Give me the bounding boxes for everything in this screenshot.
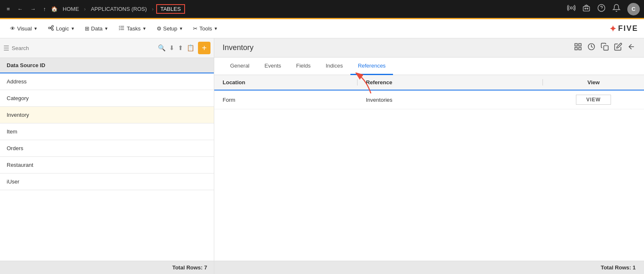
svg-point-6 — [48, 27, 50, 29]
tab-general[interactable]: General — [223, 58, 257, 75]
download-icon[interactable]: ⬇ — [169, 44, 175, 52]
logic-label: Logic — [56, 25, 69, 32]
left-panel: ☰ 🔍 ⬇ ⬆ 📋 + Data Source ID Address Categ… — [0, 38, 214, 274]
history-icon[interactable] — [587, 43, 596, 53]
broadcast-icon[interactable] — [567, 4, 576, 14]
data-menu[interactable]: ⊞ Data ▼ — [81, 23, 112, 34]
tab-indices[interactable]: Indices — [318, 58, 350, 75]
top-bar-right-icons: C — [567, 3, 640, 15]
search-input[interactable] — [12, 45, 155, 51]
tasks-menu[interactable]: Tasks ▼ — [114, 22, 150, 35]
bell-icon[interactable] — [612, 4, 621, 14]
top-bar: ≡ ← → ↑ 🏠 HOME › APPLICATIONS (ROS) › TA… — [0, 0, 644, 19]
list-item-inventory[interactable]: Inventory — [0, 107, 214, 123]
tab-references[interactable]: References — [350, 58, 393, 75]
svg-rect-14 — [575, 48, 578, 50]
home-icon: 🏠 — [51, 6, 58, 12]
data-dropdown-icon: ▼ — [104, 26, 109, 31]
visual-menu[interactable]: 👁 Visual ▼ — [6, 23, 42, 34]
list-item-item[interactable]: Item — [0, 123, 214, 140]
logic-menu[interactable]: Logic ▼ — [43, 22, 79, 35]
table-column-header: Data Source ID — [0, 58, 214, 73]
view-column-header: View — [543, 79, 644, 85]
svg-rect-13 — [579, 44, 581, 46]
up-button[interactable]: ↑ — [41, 4, 49, 14]
app-logo: ✦ FIVE — [609, 24, 638, 34]
list-item-iuser[interactable]: iUser — [0, 173, 214, 190]
upload-icon[interactable]: ⬆ — [178, 44, 183, 52]
setup-icon: ⚙ — [157, 25, 162, 32]
tabs-bar: General Events Fields Indices References — [214, 58, 644, 75]
menu-bar: 👁 Visual ▼ Logic ▼ ⊞ Data ▼ Tasks ▼ ⚙ Se… — [0, 19, 644, 38]
tools-dropdown-icon: ▼ — [214, 26, 218, 31]
references-table: Location Reference View Form Inventories… — [214, 75, 644, 261]
reference-cell: Inventories — [357, 97, 543, 103]
svg-rect-1 — [583, 7, 590, 11]
filter-icon[interactable]: ☰ — [3, 44, 9, 52]
reference-column-header: Reference — [357, 79, 543, 85]
user-avatar[interactable]: C — [627, 3, 640, 15]
svg-rect-12 — [575, 44, 578, 46]
setup-dropdown-icon: ▼ — [179, 26, 183, 31]
applications-label[interactable]: APPLICATIONS (ROS) — [88, 4, 149, 14]
list-item-orders[interactable]: Orders — [0, 140, 214, 157]
home-label[interactable]: HOME — [60, 4, 81, 14]
tab-events[interactable]: Events — [257, 58, 289, 75]
forward-button[interactable]: → — [28, 4, 38, 14]
help-icon[interactable] — [597, 4, 606, 14]
left-panel-footer: Total Rows: 7 — [0, 261, 214, 274]
visual-label: Visual — [17, 25, 32, 32]
search-magnify-icon[interactable]: 🔍 — [158, 44, 166, 52]
duplicate-icon[interactable] — [601, 43, 609, 53]
hamburger-menu-icon[interactable]: ≡ — [4, 4, 13, 14]
list-item-restaurant[interactable]: Restaurant — [0, 157, 214, 173]
edit-icon[interactable] — [614, 43, 622, 53]
list-item-address[interactable]: Address — [0, 73, 214, 90]
main-content: ☰ 🔍 ⬇ ⬆ 📋 + Data Source ID Address Categ… — [0, 38, 644, 274]
copy-icon[interactable]: 📋 — [187, 44, 195, 52]
svg-point-2 — [585, 8, 586, 9]
tools-icon: ✂ — [193, 25, 198, 32]
breadcrumb-separator-2: › — [152, 6, 154, 12]
right-panel: Inventory General — [214, 38, 644, 274]
search-bar: ☰ 🔍 ⬇ ⬆ 📋 + — [0, 38, 214, 58]
search-action-icons: 🔍 ⬇ ⬆ 📋 + — [158, 42, 210, 54]
tasks-dropdown-icon: ▼ — [142, 26, 147, 31]
right-panel-footer: Total Rows: 1 — [214, 261, 644, 274]
menu-items: 👁 Visual ▼ Logic ▼ ⊞ Data ▼ Tasks ▼ ⚙ Se… — [6, 22, 222, 35]
eye-icon: 👁 — [10, 25, 15, 32]
tasks-icon — [118, 25, 125, 33]
back-button[interactable]: ← — [15, 4, 25, 14]
setup-label: Setup — [163, 25, 177, 32]
visual-dropdown-icon: ▼ — [33, 26, 38, 31]
svg-point-0 — [570, 7, 573, 9]
location-column-header: Location — [214, 79, 357, 85]
location-cell: Form — [214, 97, 357, 103]
references-table-header: Location Reference View — [214, 75, 644, 90]
logic-dropdown-icon: ▼ — [71, 26, 75, 31]
tables-label[interactable]: TABLES — [156, 4, 185, 14]
bot-icon[interactable] — [582, 4, 591, 14]
view-button[interactable]: VIEW — [576, 95, 611, 105]
view-cell: VIEW — [543, 95, 644, 105]
svg-point-3 — [587, 8, 588, 9]
add-button[interactable]: + — [198, 42, 210, 54]
right-panel-header: Inventory — [214, 38, 644, 58]
tools-label: Tools — [199, 25, 212, 32]
grid-view-icon[interactable] — [574, 43, 582, 53]
svg-point-8 — [52, 29, 53, 30]
logic-icon — [48, 25, 54, 33]
tab-fields[interactable]: Fields — [289, 58, 318, 75]
list-item-category[interactable]: Category — [0, 90, 214, 107]
tools-menu[interactable]: ✂ Tools ▼ — [189, 23, 222, 34]
back-arrow-icon[interactable] — [627, 43, 636, 53]
data-label: Data — [91, 25, 102, 32]
svg-rect-15 — [579, 48, 581, 50]
table-row: Form Inventories VIEW — [214, 90, 644, 109]
svg-point-7 — [52, 25, 53, 27]
data-icon: ⊞ — [85, 25, 89, 32]
svg-rect-17 — [604, 46, 609, 50]
logo-text: FIVE — [618, 24, 638, 33]
logo-star: ✦ — [609, 24, 616, 34]
setup-menu[interactable]: ⚙ Setup ▼ — [152, 23, 188, 34]
